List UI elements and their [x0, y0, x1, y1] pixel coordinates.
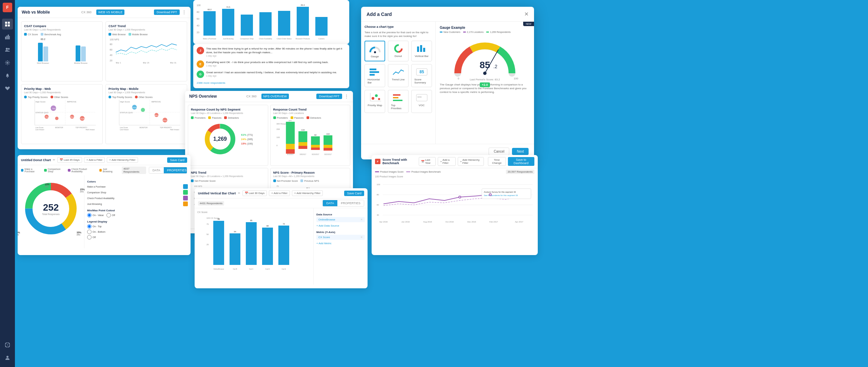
vbar-properties-tab[interactable]: PROPERTIES — [337, 200, 364, 206]
more-respondents[interactable]: 2366 more respondents — [197, 81, 346, 84]
sidebar-logo[interactable]: F — [3, 3, 12, 12]
svg-text:3/8/2017: 3/8/2017 — [299, 153, 306, 155]
nps-tab-overview[interactable]: NPS OVERVIEW — [261, 94, 289, 99]
svg-text:Apr 2016: Apr 2016 — [379, 221, 388, 223]
chart-type-voc[interactable]: VOC VOC — [411, 90, 432, 113]
sidebar-icon-user[interactable] — [2, 352, 13, 363]
sidebar-icon-chart[interactable] — [2, 32, 13, 42]
add-data-source-btn[interactable]: + Add Data Source — [316, 224, 365, 227]
vbar-add-filter[interactable]: +Add a Filter — [269, 190, 290, 196]
svg-text:100 NPS: 100 NPS — [110, 38, 119, 41]
donut-data-tab[interactable]: DATA — [149, 167, 164, 173]
chart-type-vbar[interactable]: Vertical Bar — [411, 41, 432, 61]
sidebar-icon-help[interactable]: ? — [2, 340, 13, 350]
svg-rect-73 — [259, 12, 272, 36]
svg-rect-181 — [262, 228, 273, 265]
svg-text:40: 40 — [197, 24, 199, 27]
color-swatch-3[interactable] — [183, 196, 188, 200]
vbar-save-btn[interactable]: Save Card — [344, 191, 364, 196]
sidebar-icon-bell[interactable] — [2, 70, 13, 81]
chart-type-panel: Choose a chart type Take a look at the p… — [361, 22, 436, 144]
svg-point-153 — [372, 97, 374, 100]
time-change-btn[interactable]: Time Change — [488, 157, 506, 166]
donut-add-filter[interactable]: +Add a Filter — [84, 157, 105, 163]
sidebar-icon-settings[interactable] — [2, 57, 13, 68]
tab-cx360[interactable]: CX 360 — [79, 9, 94, 15]
vbar-chart-card: Untitled Vertical Bar Chart ✏ 📅Last 30 D… — [195, 188, 368, 288]
cancel-btn[interactable]: Cancel — [489, 148, 509, 155]
nps-trend-card: Response Count Trend Last 30 Days • 144 … — [270, 105, 351, 166]
color-swatch-4[interactable] — [183, 201, 188, 206]
svg-text:25: 25 — [206, 244, 209, 246]
svg-text:80: 80 — [110, 43, 113, 45]
score-date-filter[interactable]: 📅Last Year — [419, 157, 436, 166]
score-trend-card: F Score Trend with Benchmark 📅Last Year … — [372, 155, 538, 255]
donut-date-filter[interactable]: 📅Last 45 Days — [57, 157, 82, 163]
svg-text:Cat C: Cat C — [249, 268, 254, 270]
download-ppt-btn[interactable]: Download PPT — [154, 9, 180, 15]
preview-title: Gauge Example — [440, 26, 530, 30]
more-options-icon[interactable]: ⋮ — [182, 9, 186, 15]
nps-download-btn[interactable]: Download PPT — [316, 94, 342, 99]
sidebar-icon-heart[interactable] — [2, 83, 13, 94]
svg-text:119: 119 — [301, 129, 305, 131]
chart-type-gauge[interactable]: Gauge — [364, 41, 385, 61]
color-row-1: Make a Purchase — [87, 184, 188, 189]
svg-text:Feb 2017: Feb 2017 — [489, 221, 498, 223]
nps-more-icon[interactable]: ⋮ — [344, 94, 349, 99]
vbar-data-props: DATA PROPERTIES — [322, 200, 364, 207]
donut-save-btn[interactable]: Save Card — [167, 157, 187, 163]
chart-type-topprior[interactable]: Top Priorities — [388, 90, 409, 113]
priority-web-legend: Top Priority Scores Other Scores — [24, 96, 100, 98]
vbar-date-filter[interactable]: 📅Last 30 Days — [242, 190, 267, 196]
score-save-btn[interactable]: Save to Dashboard — [508, 157, 535, 166]
nps-segment-card: Response Count by NPS Segment Last 30 Da… — [188, 105, 268, 166]
next-btn[interactable]: Next — [512, 148, 529, 155]
tab-webvsmobile[interactable]: WEB VS MOBILE — [96, 9, 125, 15]
remove-metric-btn[interactable]: ✕ — [360, 236, 363, 239]
chart-type-hbar[interactable]: Horizontal Bar — [364, 64, 385, 87]
csat-compare-card: CSAT Compare Last 90 Days • 1,000 Respon… — [21, 21, 103, 81]
svg-text:75: 75 — [206, 223, 209, 225]
donut-properties-tab[interactable]: PROPERTIES — [164, 167, 188, 173]
vbar-hierarchy-filter[interactable]: +Add Hierarchy Filter — [292, 190, 323, 196]
color-swatch-1[interactable] — [183, 184, 188, 189]
svg-text:Prod: Prod — [46, 116, 50, 118]
svg-text:102: 102 — [326, 133, 330, 135]
svg-text:Aug 2016: Aug 2016 — [423, 221, 432, 223]
score-trend-legend-row: Product Images Score Product Images Benc… — [372, 168, 538, 175]
svg-text:40: 40 — [377, 214, 379, 216]
chart-type-priority[interactable]: Priority Map — [364, 90, 385, 113]
svg-point-9 — [8, 48, 10, 50]
svg-text:100: 100 — [377, 184, 380, 186]
svg-rect-102 — [311, 148, 320, 150]
svg-text:Jun 2016: Jun 2016 — [401, 221, 410, 223]
donut-hierarchy-filter[interactable]: +Add Hierarchy Filter — [107, 157, 138, 163]
add-metric-btn[interactable]: + Add Metric — [316, 242, 365, 245]
vbar-data-tab[interactable]: DATA — [323, 200, 337, 206]
color-swatch-2[interactable] — [183, 190, 188, 195]
svg-rect-158 — [393, 100, 402, 101]
score-trend-chart: 100 Product Images Score 100 80 60 40 An… — [372, 175, 538, 248]
sidebar-icon-grid[interactable] — [2, 19, 13, 30]
sidebar-icon-users[interactable] — [2, 44, 13, 55]
nps-tab-cx360[interactable]: CX 360 — [244, 94, 258, 99]
remove-datasource-btn[interactable]: ✕ — [360, 218, 363, 221]
chart-type-donut[interactable]: Donut — [388, 41, 409, 61]
chart-type-trend[interactable]: Trend Line — [388, 64, 409, 87]
svg-text:60: 60 — [197, 18, 199, 20]
svg-text:100 NPS: 100 NPS — [194, 185, 202, 187]
score-respondents: 20,597 Respondents — [506, 170, 534, 174]
nps-donut-area: 1,269 61% (771) 24% (305) 15% (193) — [191, 120, 265, 158]
score-trend-toolbar: F Score Trend with Benchmark 📅Last Year … — [372, 155, 538, 168]
svg-rect-92 — [286, 122, 295, 144]
svg-text:Check Availability: Check Availability — [259, 38, 272, 40]
svg-rect-100 — [311, 136, 320, 145]
priority-web-svg: High Score IMPROVE STATUS QUO Perf Prod … — [24, 100, 100, 130]
modal-close-btn[interactable]: ✕ — [524, 11, 529, 17]
chart-type-score[interactable]: 85 Score Summary — [411, 64, 432, 87]
score-hierarchy-filter[interactable]: +Add Hierarchy Filter — [458, 157, 484, 166]
priority-map-web: Priority Map - Web Last 90 Days • 1,000 … — [21, 84, 103, 144]
priority-map-mobile: Priority Map - Mobile Last 90 Days • 1,0… — [105, 84, 187, 144]
score-add-filter[interactable]: +Add a Filter — [438, 157, 456, 166]
